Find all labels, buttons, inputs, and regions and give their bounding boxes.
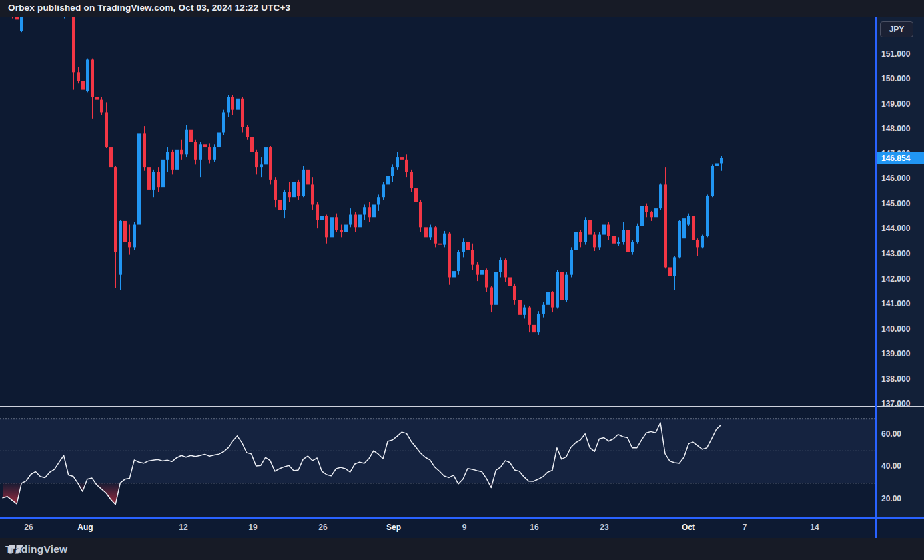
axis-time-label: 26 <box>24 523 33 532</box>
axis-time-label: 14 <box>810 523 819 532</box>
axis-time-label: 9 <box>462 523 467 532</box>
axis-price-label: 40.00 <box>881 461 901 471</box>
time-axis[interactable]: 26Aug121926Sep91623Oct714 <box>0 519 924 538</box>
axis-time-label: Sep <box>386 523 401 532</box>
axis-time-label: 7 <box>743 523 747 532</box>
rsi-pane-canvas[interactable] <box>0 407 876 517</box>
axis-time-label: 16 <box>530 523 538 532</box>
axis-time-label: 23 <box>600 523 608 532</box>
price-pane-canvas[interactable] <box>0 17 876 406</box>
axis-time-label: Oct <box>682 523 695 532</box>
price-scale-border-line <box>875 17 877 538</box>
axis-time-label: 12 <box>179 523 187 532</box>
publish-header: Orbex published on TradingView.com, Oct … <box>0 0 924 17</box>
footer-bar: TradingView <box>0 538 924 560</box>
publish-line: Orbex published on TradingView.com, Oct … <box>8 3 290 13</box>
axis-time-label: 26 <box>318 523 327 532</box>
axis-price-label: 20.00 <box>881 494 901 503</box>
tradingview-logo-icon[interactable] <box>8 544 24 555</box>
axis-price-label: 60.00 <box>881 429 901 439</box>
pane-separator[interactable] <box>0 406 924 407</box>
axis-time-label: Aug <box>77 523 93 532</box>
tradingview-chart-window: Orbex published on TradingView.com, Oct … <box>0 0 924 560</box>
axis-time-label: 19 <box>248 523 257 532</box>
rsi-axis[interactable]: 60.0040.0020.00 <box>877 0 924 519</box>
time-scale-border-line <box>0 517 924 519</box>
